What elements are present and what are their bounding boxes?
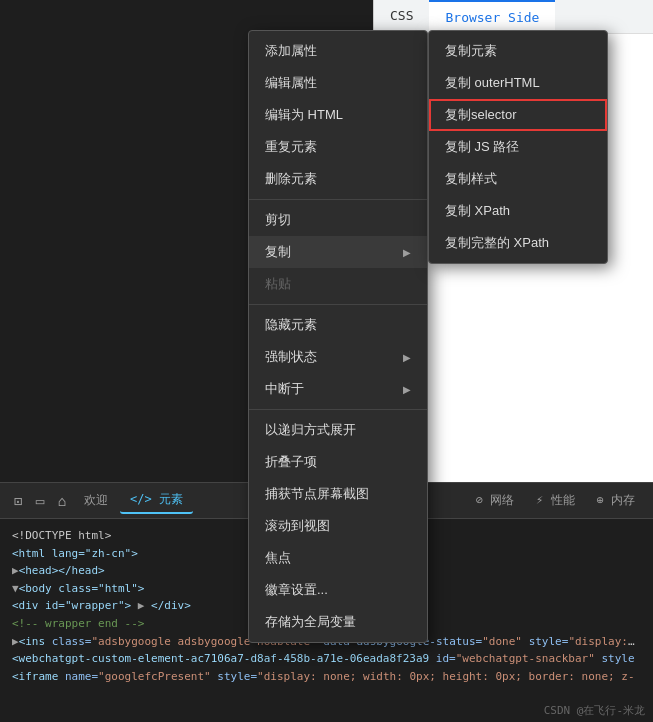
menu-item-edit-html[interactable]: 编辑为 HTML: [249, 99, 427, 131]
tab-network[interactable]: ⊘ 网络: [466, 488, 524, 513]
menu-item-copy[interactable]: 复制 ▶: [249, 236, 427, 268]
tab-elements[interactable]: </> 元素: [120, 487, 193, 514]
menu-item-scroll[interactable]: 滚动到视图: [249, 510, 427, 542]
welcome-label: 欢迎: [84, 492, 108, 509]
menu-item-badge[interactable]: 徽章设置...: [249, 574, 427, 606]
device-icon[interactable]: ▭: [30, 491, 50, 511]
code-line-8: <webchatgpt-custom-element-ac7106a7-d8af…: [12, 650, 641, 668]
performance-label: ⚡ 性能: [536, 492, 574, 509]
memory-label: ⊕ 内存: [597, 492, 635, 509]
menu-item-break-at[interactable]: 中断于 ▶: [249, 373, 427, 405]
tab-performance[interactable]: ⚡ 性能: [526, 488, 584, 513]
menu-item-cut[interactable]: 剪切: [249, 204, 427, 236]
menu-item-edit-attr[interactable]: 编辑属性: [249, 67, 427, 99]
force-state-arrow: ▶: [403, 352, 411, 363]
submenu-copy-jspath[interactable]: 复制 JS 路径: [429, 131, 607, 163]
menu-item-expand-recursive[interactable]: 以递归方式展开: [249, 414, 427, 446]
tab-welcome[interactable]: 欢迎: [74, 488, 118, 513]
network-label: ⊘ 网络: [476, 492, 514, 509]
home-icon[interactable]: ⌂: [52, 491, 72, 511]
menu-item-collapse-children[interactable]: 折叠子项: [249, 446, 427, 478]
menu-item-paste: 粘贴: [249, 268, 427, 300]
tab-css[interactable]: CSS: [374, 0, 429, 33]
menu-item-add-attr[interactable]: 添加属性: [249, 35, 427, 67]
submenu-copy-element[interactable]: 复制元素: [429, 35, 607, 67]
context-menu-main: 添加属性 编辑属性 编辑为 HTML 重复元素 删除元素 剪切 复制 ▶ 粘贴 …: [248, 30, 428, 643]
elements-label: </> 元素: [130, 491, 183, 508]
submenu-copy-style[interactable]: 复制样式: [429, 163, 607, 195]
submenu-copy-xpath[interactable]: 复制 XPath: [429, 195, 607, 227]
menu-separator-1: [249, 199, 427, 200]
menu-separator-3: [249, 409, 427, 410]
submenu-copy-full-xpath[interactable]: 复制完整的 XPath: [429, 227, 607, 259]
cursor-icon[interactable]: ⊡: [8, 491, 28, 511]
submenu-copy-selector[interactable]: 复制selector: [429, 99, 607, 131]
menu-item-delete[interactable]: 删除元素: [249, 163, 427, 195]
menu-item-focus[interactable]: 焦点: [249, 542, 427, 574]
code-line-10: ▶<iframe src="https://www.google.com/rec…: [12, 685, 641, 687]
menu-item-store-global[interactable]: 存储为全局变量: [249, 606, 427, 638]
submenu-copy: 复制元素 复制 outerHTML 复制selector 复制 JS 路径 复制…: [428, 30, 608, 264]
menu-separator-2: [249, 304, 427, 305]
break-at-arrow: ▶: [403, 384, 411, 395]
csdn-watermark: CSDN @在飞行-米龙: [544, 703, 645, 718]
code-line-9: <iframe name="googlefcPresent" style="di…: [12, 668, 641, 686]
tab-browser-side[interactable]: Browser Side: [429, 0, 555, 33]
menu-item-duplicate[interactable]: 重复元素: [249, 131, 427, 163]
submenu-copy-outerhtml[interactable]: 复制 outerHTML: [429, 67, 607, 99]
tab-memory[interactable]: ⊕ 内存: [587, 488, 645, 513]
browser-tabs: CSS Browser Side: [374, 0, 653, 34]
menu-item-screenshot[interactable]: 捕获节点屏幕截图: [249, 478, 427, 510]
copy-arrow: ▶: [403, 247, 411, 258]
menu-item-hide[interactable]: 隐藏元素: [249, 309, 427, 341]
menu-item-force-state[interactable]: 强制状态 ▶: [249, 341, 427, 373]
